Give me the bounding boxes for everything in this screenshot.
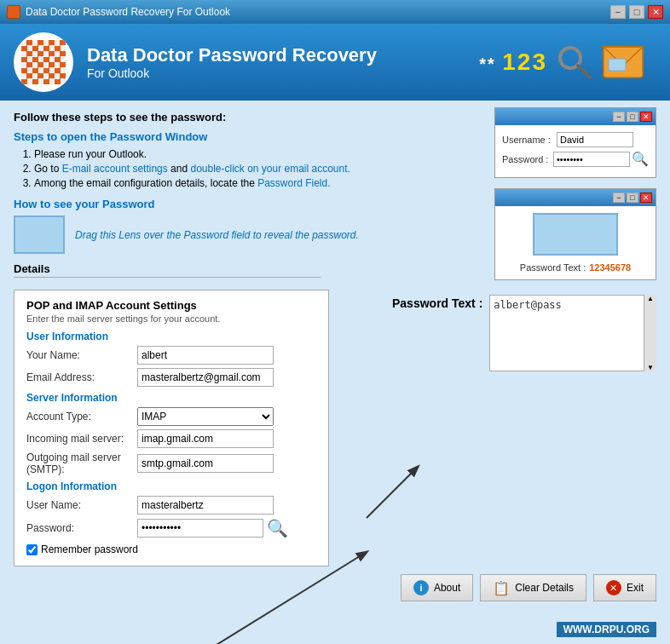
incoming-input[interactable] — [137, 429, 274, 448]
bottom-buttons: i About 📋 Clear Details ✕ Exit — [401, 574, 656, 601]
logon-password-input[interactable] — [137, 519, 263, 538]
minimize-button[interactable]: − — [610, 5, 626, 19]
email-label: Email Address: — [26, 371, 137, 383]
svg-line-7 — [367, 467, 418, 518]
account-type-select[interactable]: IMAP POP — [137, 407, 274, 426]
app-header: Data Doctor Password Recovery For Outloo… — [0, 24, 670, 101]
user-info-label: User Information — [26, 331, 316, 342]
pt-header: Password Text : ▲ ▼ — [392, 295, 656, 371]
mini-window-2-content: Password Text : 12345678 — [495, 206, 656, 279]
close-button[interactable]: ✕ — [648, 5, 663, 19]
reveal-text-label: Password Text : — [520, 262, 586, 273]
server-info-label: Server Information — [26, 392, 316, 404]
remember-password-checkbox[interactable] — [26, 544, 38, 555]
titlebar-controls: − □ ✕ — [610, 5, 663, 19]
clear-details-button[interactable]: 📋 Clear Details — [480, 574, 586, 601]
scroll-up-icon[interactable]: ▲ — [647, 295, 654, 302]
mini-minimize-1[interactable]: − — [613, 112, 625, 122]
mini-window-1-content: Username : Password : 🔍 — [495, 125, 656, 177]
lens-box — [14, 216, 65, 254]
about-button[interactable]: i About — [401, 574, 473, 601]
titlebar-title: Data Doctor Password Recovery For Outloo… — [26, 6, 230, 18]
about-label: About — [434, 582, 460, 594]
mini-username-input[interactable] — [557, 132, 633, 147]
mini-maximize-1[interactable]: □ — [627, 112, 638, 122]
app-title: Data Doctor Password Recovery — [87, 44, 377, 66]
lens-text: Drag this Lens over the Password field t… — [75, 229, 359, 241]
mini-window-reveal: − □ ✕ Password Text : 12345678 — [494, 188, 656, 280]
password-text-area: Password Text : ▲ ▼ — [392, 295, 656, 375]
exit-button[interactable]: ✕ Exit — [593, 574, 656, 601]
account-type-row: Account Type: IMAP POP — [26, 407, 316, 426]
mini-maximize-2[interactable]: □ — [627, 193, 638, 203]
mini-password-input[interactable] — [553, 152, 630, 167]
password-magnifier-icon[interactable]: 🔍 — [267, 518, 288, 538]
email-row: Email Address: — [26, 368, 316, 387]
logon-username-label: User Name: — [26, 499, 137, 511]
clear-details-label: Clear Details — [515, 582, 574, 594]
logon-password-row: Password: 🔍 — [26, 518, 316, 538]
main-content: Follow these steps to see the password: … — [0, 101, 670, 644]
pt-box-container: ▲ ▼ — [489, 295, 656, 371]
mini-password-row: Password : 🔍 — [502, 151, 649, 167]
right-panels: − □ ✕ Username : Password : 🔍 − □ — [494, 107, 656, 280]
pt-label: Password Text : — [392, 295, 482, 310]
about-icon: i — [413, 580, 429, 595]
outgoing-row: Outgoing mail server (SMTP): — [26, 451, 316, 475]
your-name-label: Your Name: — [26, 349, 137, 361]
exit-label: Exit — [627, 582, 644, 594]
email-input[interactable] — [137, 368, 274, 387]
incoming-row: Incoming mail server: — [26, 429, 316, 448]
envelope-icon — [602, 43, 644, 81]
svg-rect-4 — [609, 59, 626, 71]
remember-password-label: Remember password — [41, 543, 138, 555]
drpu-watermark: WWW.DRPU.ORG — [557, 622, 656, 637]
mini-window-credentials: − □ ✕ Username : Password : 🔍 — [494, 107, 656, 178]
logon-info-label: Logon Information — [26, 480, 316, 492]
mini-password-label: Password : — [502, 154, 553, 164]
pop-imap-title: POP and IMAP Account Settings — [26, 299, 316, 312]
header-text: Data Doctor Password Recovery For Outloo… — [87, 44, 377, 80]
clear-details-icon: 📋 — [493, 580, 510, 596]
logon-username-input[interactable] — [137, 496, 274, 515]
app-icon — [7, 5, 20, 19]
magnifier-icon — [556, 43, 593, 81]
mini-close-2[interactable]: ✕ — [640, 193, 652, 203]
pt-scrollbar[interactable]: ▲ ▼ — [644, 295, 656, 371]
mini-username-label: Username : — [502, 135, 557, 145]
pop-imap-box: POP and IMAP Account Settings Enter the … — [14, 290, 329, 566]
reveal-lens-box — [533, 213, 618, 256]
your-name-input[interactable] — [137, 346, 274, 365]
details-section-label: Details — [14, 262, 321, 278]
reveal-text-value: 12345678 — [589, 262, 631, 273]
svg-line-1 — [578, 66, 590, 78]
app-subtitle: For Outlook — [87, 66, 377, 80]
mini-username-row: Username : — [502, 132, 649, 147]
your-name-row: Your Name: — [26, 346, 316, 365]
outgoing-input[interactable] — [137, 454, 274, 473]
reveal-label-row: Password Text : 12345678 — [520, 262, 631, 273]
account-type-label: Account Type: — [26, 411, 137, 423]
maximize-button[interactable]: □ — [629, 5, 644, 19]
pop-imap-sub: Enter the mail server settings for your … — [26, 313, 316, 324]
logo-checkerboard — [21, 40, 66, 84]
titlebar: Data Doctor Password Recovery For Outloo… — [0, 0, 670, 24]
pt-textarea[interactable] — [489, 295, 644, 371]
header-decoration: ** 123 — [479, 43, 644, 81]
app-logo — [14, 32, 73, 92]
outgoing-label: Outgoing mail server (SMTP): — [26, 451, 137, 475]
stars-text: ** 123 — [479, 49, 547, 76]
scroll-down-icon[interactable]: ▼ — [647, 364, 654, 371]
logon-username-row: User Name: — [26, 496, 316, 515]
mini-window-2-titlebar: − □ ✕ — [495, 189, 656, 206]
mini-close-1[interactable]: ✕ — [640, 112, 652, 122]
mini-minimize-2[interactable]: − — [613, 193, 625, 203]
mini-magnifier-icon[interactable]: 🔍 — [632, 151, 649, 167]
step-2-text: E-mail account settings — [62, 163, 168, 175]
mini-window-1-titlebar: − □ ✕ — [495, 108, 656, 125]
logon-password-label: Password: — [26, 522, 137, 534]
exit-icon: ✕ — [606, 580, 621, 595]
incoming-label: Incoming mail server: — [26, 433, 137, 445]
remember-password-row: Remember password — [26, 543, 316, 555]
